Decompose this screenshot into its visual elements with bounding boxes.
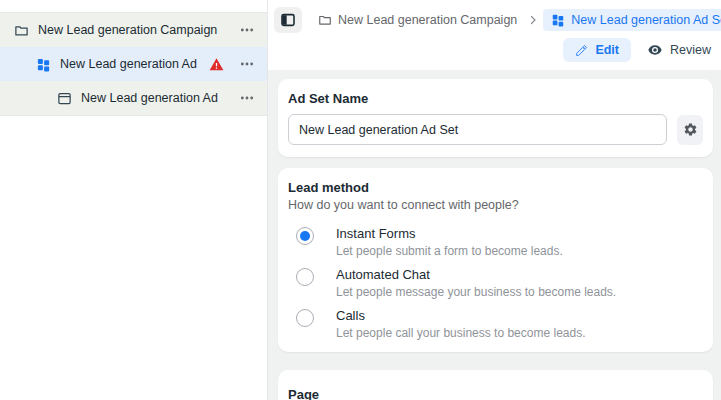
edit-label: Edit [595, 43, 619, 57]
option-text: Automated Chat Let people message your b… [336, 267, 616, 299]
more-options-button[interactable] [239, 90, 255, 106]
warning-icon [209, 57, 224, 72]
breadcrumb-label: New Lead generation Ad Set [571, 13, 721, 27]
option-calls[interactable]: Calls Let people call your business to b… [288, 308, 703, 340]
option-description: Let people submit a form to become leads… [336, 244, 563, 258]
name-settings-button[interactable] [677, 115, 703, 145]
ad-page-icon [57, 91, 72, 106]
ellipsis-icon [240, 57, 254, 71]
breadcrumb-campaign[interactable]: New Lead generation Campaign [312, 9, 523, 31]
adset-settings-content: Ad Set Name Lead method How do you want … [268, 70, 721, 400]
radio-instant-forms[interactable] [296, 227, 314, 245]
sidebar-item-label: New Lead generation Ad Set [60, 57, 200, 71]
ad-set-name-row [288, 114, 703, 145]
pencil-icon [575, 44, 588, 57]
eye-icon [647, 42, 663, 58]
folder-icon [318, 13, 332, 27]
option-text: Instant Forms Let people submit a form t… [336, 226, 563, 258]
review-label: Review [670, 43, 711, 57]
lead-method-card: Lead method How do you want to connect w… [278, 168, 713, 352]
more-options-button[interactable] [239, 56, 255, 72]
option-label: Instant Forms [336, 226, 563, 241]
option-instant-forms[interactable]: Instant Forms Let people submit a form t… [288, 226, 703, 258]
more-options-button[interactable] [239, 22, 255, 38]
option-label: Automated Chat [336, 267, 616, 282]
option-description: Let people message your business to beco… [336, 285, 616, 299]
gear-icon [683, 122, 698, 137]
campaign-tree: New Lead generation Campaign New Lead ge… [0, 12, 267, 116]
adset-grid-icon [36, 57, 51, 72]
page-card: Page Choose the Facebook Page you want t… [278, 370, 713, 400]
breadcrumb-label: New Lead generation Campaign [338, 13, 517, 27]
adset-grid-icon [551, 13, 565, 27]
breadcrumb: New Lead generation Campaign New Lead ge… [274, 6, 721, 34]
header: New Lead generation Campaign New Lead ge… [268, 0, 721, 70]
ads-manager-screen: New Lead generation Campaign New Lead ge… [0, 0, 721, 400]
mode-actions: Edit Review [274, 34, 721, 70]
collapse-sidebar-button[interactable] [274, 7, 302, 33]
ellipsis-icon [240, 23, 254, 37]
option-text: Calls Let people call your business to b… [336, 308, 586, 340]
folder-icon [14, 23, 29, 38]
ellipsis-icon [240, 91, 254, 105]
sidebar-item-ad[interactable]: New Lead generation Ad [0, 81, 267, 115]
radio-automated-chat[interactable] [296, 268, 314, 286]
option-description: Let people call your business to become … [336, 326, 586, 340]
chevron-right-icon [527, 14, 539, 26]
breadcrumb-adset[interactable]: New Lead generation Ad Set [543, 9, 721, 31]
edit-button[interactable]: Edit [563, 38, 631, 62]
campaign-tree-sidebar: New Lead generation Campaign New Lead ge… [0, 0, 268, 400]
review-button[interactable]: Review [647, 42, 711, 58]
option-automated-chat[interactable]: Automated Chat Let people message your b… [288, 267, 703, 299]
ad-set-name-card: Ad Set Name [278, 79, 713, 157]
option-label: Calls [336, 308, 586, 323]
ad-set-name-title: Ad Set Name [288, 91, 703, 106]
radio-calls[interactable] [296, 309, 314, 327]
sidebar-item-label: New Lead generation Campaign [38, 23, 230, 37]
lead-method-options: Instant Forms Let people submit a form t… [288, 226, 703, 340]
sidebar-item-campaign[interactable]: New Lead generation Campaign [0, 13, 267, 47]
lead-method-title: Lead method [288, 180, 703, 195]
ad-set-name-input[interactable] [288, 114, 667, 145]
main-panel: New Lead generation Campaign New Lead ge… [268, 0, 721, 400]
sidebar-item-adset[interactable]: New Lead generation Ad Set [0, 47, 267, 81]
sidebar-item-label: New Lead generation Ad [81, 91, 230, 105]
lead-method-subtitle: How do you want to connect with people? [288, 198, 703, 212]
page-title: Page [288, 387, 703, 400]
sidebar-toggle-icon [280, 12, 296, 28]
